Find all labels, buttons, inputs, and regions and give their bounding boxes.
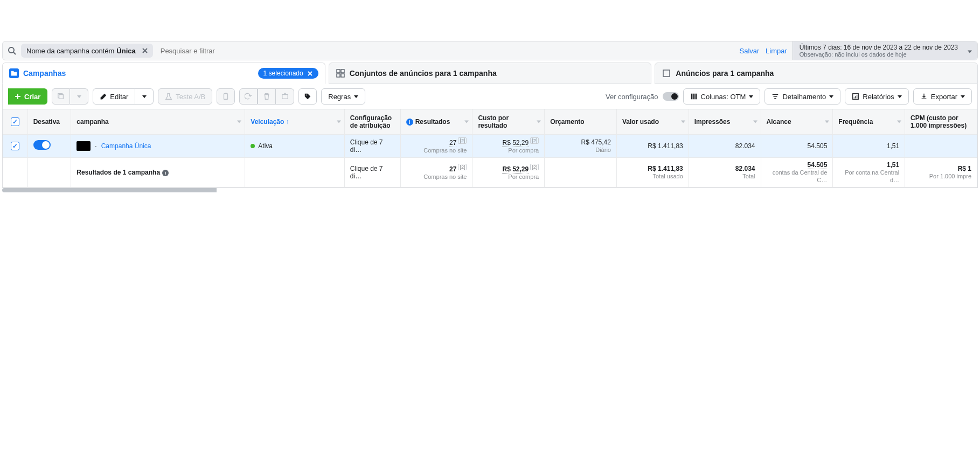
sort-icon [537,120,541,123]
sort-icon [464,120,469,123]
tab-adsets-label: Conjuntos de anúncios para 1 campanha [350,69,497,78]
search-input[interactable] [157,47,730,55]
tab-campaigns[interactable]: Campanhas 1 selecionado [2,63,325,84]
summary-attribution: Clique de 7 di… [344,157,400,188]
impressions-cell: 82.034 [689,134,761,157]
col-reach[interactable]: Alcance [761,109,833,134]
reports-label: Relatórios [863,93,894,101]
sort-icon [825,120,829,123]
sort-icon [753,120,757,123]
search-icon [3,46,21,55]
edit-button[interactable]: Editar [93,88,135,105]
tab-ads[interactable]: Anúncios para 1 campanha [655,63,978,84]
svg-rect-15 [224,94,228,100]
duplicate-button[interactable] [52,88,70,105]
copy-button[interactable] [217,88,235,105]
delete-button[interactable] [258,88,276,105]
col-impressions[interactable]: Impressões [689,109,761,134]
svg-rect-7 [341,70,344,73]
chevron-down-icon [898,95,902,98]
col-amount-spent[interactable]: Valor usado [616,109,689,134]
results-cell: 27[2] Compras no site [400,134,472,157]
svg-rect-13 [59,95,64,99]
ab-test-label: Teste A/B [176,93,205,101]
remove-filter-icon[interactable] [140,46,150,55]
chevron-down-icon [354,95,358,98]
ab-test-button[interactable]: Teste A/B [158,88,212,105]
info-icon[interactable]: i [162,170,169,176]
tab-adsets[interactable]: Conjuntos de anúncios para 1 campanha [329,63,652,84]
tab-ads-label: Anúncios para 1 campanha [676,69,774,78]
export-icon-button[interactable] [276,88,294,105]
sort-icon [237,120,241,123]
date-range-note: Observação: não inclui os dados de hoje [800,51,958,58]
columns-button[interactable]: Colunas: OTM [683,88,761,105]
toggle-switch[interactable] [663,92,679,101]
sort-icon [681,120,685,123]
col-campaign[interactable]: campanha [71,109,245,134]
view-config-label: Ver configuração [606,93,658,101]
entity-tabs: Campanhas 1 selecionado Conjuntos de anú… [2,63,978,84]
save-clear-links: Salvar Limpar [730,47,793,55]
columns-label: Colunas: OTM [701,93,746,101]
rules-label: Regras [328,93,351,101]
table-row[interactable]: · Campanha Única Ativa Clique de 7 di… 2… [3,134,977,157]
col-off-on[interactable]: Desativa [27,109,71,134]
col-attribution[interactable]: Configuração de atribuição [344,109,400,134]
sort-asc-icon: ↑ [286,118,289,126]
undo-button[interactable] [239,88,258,105]
breakdown-button[interactable]: Detalhamento [764,88,840,105]
sort-icon [897,120,901,123]
summary-results: 27[2] Compras no site [400,157,472,188]
clear-selection-icon[interactable] [307,70,314,77]
export-button[interactable]: Exportar [913,88,972,105]
col-frequency[interactable]: Frequência [833,109,905,134]
reports-button[interactable]: Relatórios [845,88,909,105]
row-toggle[interactable] [33,140,51,150]
col-delivery[interactable]: Veiculação ↑ [245,109,345,134]
tab-campaigns-label: Campanhas [23,69,66,78]
edit-button-group: Editar [93,88,154,105]
chevron-down-icon [968,47,972,55]
duplicate-dropdown[interactable] [70,88,88,105]
date-range-picker[interactable]: Últimos 7 dias: 16 de nov de 2023 a 22 d… [793,41,977,60]
selected-count-badge: 1 selecionado [258,68,318,79]
horizontal-scrollbar[interactable] [2,188,978,192]
svg-rect-9 [341,74,344,77]
summary-reach: 54.505 contas da Central de C… [761,157,833,188]
edit-dropdown[interactable] [135,88,154,105]
tag-button[interactable] [298,88,317,105]
create-button[interactable]: Criar [8,88,47,105]
checkbox-all[interactable] [11,117,19,126]
filter-chip[interactable]: Nome da campanha contém Única [21,44,153,58]
rules-button[interactable]: Regras [321,88,365,105]
svg-line-1 [13,52,16,54]
campaign-link[interactable]: Campanha Única [101,142,151,150]
svg-rect-10 [663,70,670,77]
save-link[interactable]: Salvar [740,47,760,55]
col-budget[interactable]: Orçamento [545,109,617,134]
frequency-cell: 1,51 [833,134,905,157]
toolbar: Criar Editar Teste A/B Regras [2,84,978,109]
col-results[interactable]: iResultados [400,109,472,134]
view-config-toggle[interactable]: Ver configuração [606,92,679,101]
summary-cpr: R$ 52,29[2] Por compra [472,157,545,188]
svg-rect-6 [337,70,340,73]
budget-cell: R$ 475,42 Diário [545,134,617,157]
breakdown-label: Detalhamento [782,93,826,101]
adsets-icon [336,68,345,78]
folder-icon [9,68,19,78]
clear-link[interactable]: Limpar [766,47,787,55]
col-cpm[interactable]: CPM (custo por 1.000 impressões) [905,109,977,134]
chevron-down-icon [961,95,965,98]
col-select-all[interactable] [3,109,27,134]
header-row: Desativa campanha Veiculação ↑ Configura… [3,109,977,134]
info-icon: i [406,119,413,126]
svg-point-18 [306,95,307,96]
row-checkbox[interactable] [11,142,19,150]
campaign-name-cell: · Campanha Única [77,141,239,151]
col-cost-per-result[interactable]: Custo por resultado [472,109,545,134]
campaigns-table: Desativa campanha Veiculação ↑ Configura… [3,109,977,188]
campaign-thumbnail [77,141,91,151]
svg-rect-20 [693,94,694,100]
